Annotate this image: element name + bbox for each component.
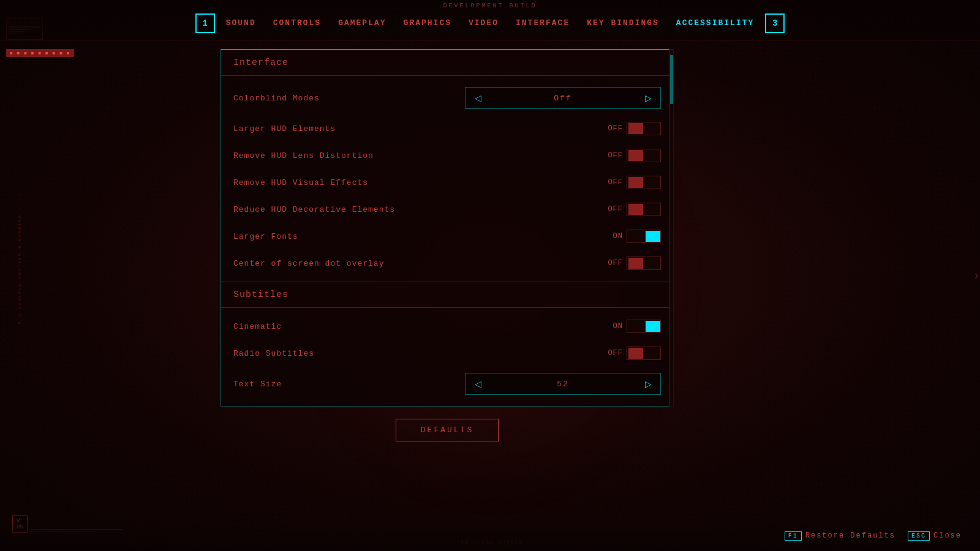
reduce-hud-decorative-thumb [628, 204, 643, 215]
remove-hud-lens-toggle[interactable] [627, 149, 661, 162]
center-dot-thumb [628, 258, 643, 269]
cinematic-state: ON [606, 322, 623, 331]
side-text: A O CONSOLE SETTING B BINDING [17, 214, 22, 324]
remove-hud-visual-thumb [628, 177, 643, 188]
nav-badge-left: 1 [195, 13, 215, 33]
setting-radio-subtitles: Radio Subtitles OFF [221, 340, 673, 367]
nav-item-video[interactable]: VIDEO [462, 16, 505, 30]
larger-hud-toggle[interactable] [627, 122, 661, 135]
remove-hud-lens-toggle-container: OFF [606, 149, 661, 162]
reduce-hud-decorative-label: Reduce HUD Decorative Elements [233, 205, 395, 214]
larger-fonts-label: Larger Fonts [233, 232, 298, 241]
text-size-prev[interactable]: ◁ [466, 373, 490, 394]
scrollbar-track [669, 49, 674, 407]
nav-item-accessibility[interactable]: ACCESSIBILITY [670, 16, 760, 30]
colorblind-modes-next[interactable]: ▷ [636, 88, 660, 108]
right-arrow-icon: › [973, 269, 980, 283]
larger-fonts-toggle[interactable] [627, 230, 661, 243]
larger-hud-toggle-container: OFF [606, 122, 661, 135]
nav-item-graphics[interactable]: GRAPHICS [398, 16, 458, 30]
radio-subtitles-toggle-container: OFF [606, 347, 661, 360]
top-navigation: DEVELOPMENT BUILD 1 SOUND CONTROLS GAMEP… [0, 0, 980, 40]
remove-hud-lens-thumb [628, 150, 643, 161]
settings-panel: Interface Colorblind Modes ◁ Off ▷ Large… [221, 49, 674, 407]
text-size-label: Text Size [233, 380, 282, 389]
remove-hud-lens-label: Remove HUD Lens Distortion [233, 151, 374, 160]
restore-defaults-action[interactable]: F1 Restore Defaults [785, 531, 895, 541]
colorblind-modes-label: Colorblind Modes [233, 94, 320, 103]
reduce-hud-decorative-toggle-container: OFF [606, 203, 661, 216]
larger-fonts-thumb [646, 231, 660, 242]
nav-item-keybindings[interactable]: KEY BINDINGS [581, 16, 665, 30]
remove-hud-visual-label: Remove HUD Visual Effects [233, 178, 368, 187]
nav-item-gameplay[interactable]: GAMEPLAY [332, 16, 392, 30]
main-content: Interface Colorblind Modes ◁ Off ▷ Large… [221, 49, 674, 454]
nav-badge-right: 3 [765, 13, 785, 33]
interface-settings-list: Colorblind Modes ◁ Off ▷ Larger HUD Elem… [221, 76, 673, 282]
text-size-value: 52 [490, 380, 636, 389]
cinematic-label: Cinematic [233, 322, 282, 331]
close-action[interactable]: ESC Close [908, 531, 962, 541]
defaults-button[interactable]: DEFAULTS [396, 419, 499, 441]
text-size-next[interactable]: ▷ [636, 373, 660, 394]
remove-hud-lens-state: OFF [606, 151, 623, 160]
setting-colorblind-modes: Colorblind Modes ◁ Off ▷ [221, 81, 673, 115]
nav-items-container: 1 SOUND CONTROLS GAMEPLAY GRAPHICS VIDEO… [195, 13, 785, 33]
center-dot-label: Center of screen dot overlay [233, 259, 384, 268]
subtitles-section-header: Subtitles [221, 282, 673, 308]
setting-remove-hud-lens: Remove HUD Lens Distortion OFF [221, 142, 673, 169]
larger-hud-label: Larger HUD Elements [233, 124, 336, 133]
remove-hud-visual-toggle[interactable] [627, 176, 661, 189]
setting-remove-hud-visual: Remove HUD Visual Effects OFF [221, 169, 673, 196]
left-text-decoration: ■ ■ ■ ■ ■ ■ ■ ■ ■ [6, 49, 74, 57]
bottom-bar: F1 Restore Defaults ESC Close [0, 520, 980, 551]
cinematic-toggle[interactable] [627, 320, 661, 333]
setting-cinematic: Cinematic ON [221, 313, 673, 340]
center-dot-state: OFF [606, 259, 623, 268]
setting-text-size: Text Size ◁ 52 ▷ [221, 367, 673, 401]
right-decoration: › [973, 269, 980, 283]
settings-panel-wrapper: Interface Colorblind Modes ◁ Off ▷ Large… [221, 49, 674, 407]
colorblind-modes-value: Off [490, 94, 636, 103]
colorblind-modes-prev[interactable]: ◁ [466, 88, 490, 108]
nav-item-controls[interactable]: CONTROLS [267, 16, 327, 30]
scrollbar-thumb[interactable] [670, 55, 673, 104]
restore-key-badge: F1 [785, 531, 802, 541]
larger-hud-thumb [628, 123, 643, 134]
radio-subtitles-state: OFF [606, 349, 623, 358]
dev-build-label: DEVELOPMENT BUILD [443, 2, 537, 9]
radio-subtitles-label: Radio Subtitles [233, 349, 314, 358]
setting-larger-fonts: Larger Fonts ON [221, 223, 673, 250]
remove-hud-visual-state: OFF [606, 178, 623, 187]
center-dot-toggle-container: OFF [606, 257, 661, 270]
remove-hud-visual-toggle-container: OFF [606, 176, 661, 189]
colorblind-modes-selector[interactable]: ◁ Off ▷ [465, 87, 661, 109]
setting-larger-hud: Larger HUD Elements OFF [221, 115, 673, 142]
radio-subtitles-thumb [628, 348, 643, 359]
close-key-badge: ESC [908, 531, 930, 541]
reduce-hud-decorative-toggle[interactable] [627, 203, 661, 216]
center-dot-toggle[interactable] [627, 257, 661, 270]
reduce-hud-decorative-state: OFF [606, 205, 623, 214]
larger-fonts-toggle-container: ON [606, 230, 661, 243]
nav-item-interface[interactable]: INTERFACE [510, 16, 576, 30]
text-size-selector[interactable]: ◁ 52 ▷ [465, 373, 661, 395]
nav-item-sound[interactable]: SOUND [220, 16, 262, 30]
subtitles-settings-list: Cinematic ON Radio Subtitles OFF [221, 308, 673, 406]
interface-section-header: Interface [221, 50, 673, 76]
close-label: Close [933, 531, 962, 540]
cinematic-toggle-container: ON [606, 320, 661, 333]
setting-reduce-hud-decorative: Reduce HUD Decorative Elements OFF [221, 196, 673, 223]
larger-fonts-state: ON [606, 232, 623, 241]
radio-subtitles-toggle[interactable] [627, 347, 661, 360]
setting-center-dot: Center of screen dot overlay OFF [221, 250, 673, 277]
larger-hud-state: OFF [606, 124, 623, 133]
cinematic-thumb [646, 321, 660, 332]
restore-defaults-label: Restore Defaults [805, 531, 895, 540]
